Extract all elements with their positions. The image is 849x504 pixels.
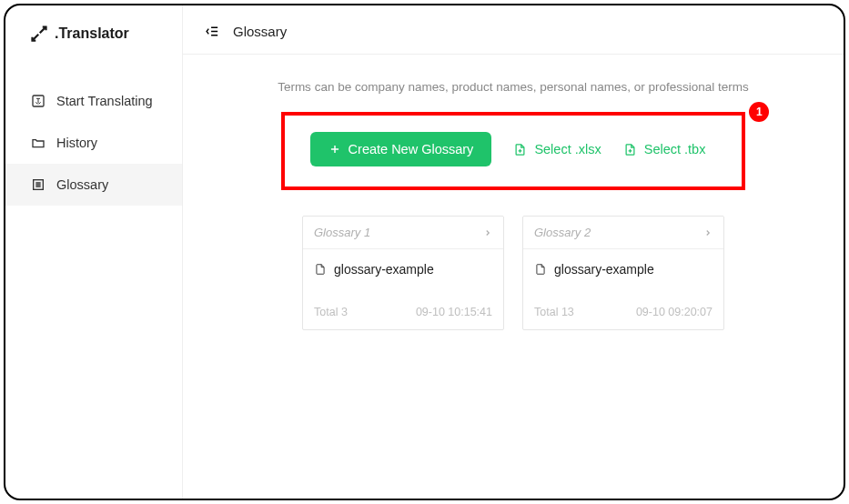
main: Glossary Terms can be company names, pro… xyxy=(183,5,844,499)
chevron-right-icon xyxy=(483,228,492,237)
total-count: Total 3 xyxy=(314,306,348,318)
sidebar-item-start[interactable]: Start Translating xyxy=(5,80,182,122)
brand: .Translator xyxy=(5,5,182,60)
topbar: Glossary xyxy=(183,5,844,55)
nav: Start Translating History Glossary xyxy=(5,80,182,206)
button-label: Select .xlsx xyxy=(534,142,601,156)
helper-text: Terms can be company names, product name… xyxy=(278,80,749,94)
callout-box: Create New Glossary Select .xlsx Select … xyxy=(281,112,746,190)
sidebar-item-history[interactable]: History xyxy=(5,122,182,164)
file-import-icon xyxy=(623,143,637,156)
glossary-card-footer: Total 13 09-10 09:20:07 xyxy=(523,297,723,329)
file-icon xyxy=(534,263,547,276)
button-label: Select .tbx xyxy=(644,142,706,156)
glossary-card: Glossary 2 glossary-example Total 13 09-… xyxy=(522,216,724,330)
folder-icon xyxy=(31,136,45,150)
sidebar-item-label: History xyxy=(56,136,97,150)
callout-wrap: 1 Create New Glossary Select .xlsx Selec… xyxy=(281,112,746,190)
total-count: Total 13 xyxy=(534,306,574,318)
brand-text: .Translator xyxy=(55,25,129,42)
plus-icon xyxy=(328,143,341,156)
logo-icon xyxy=(31,25,47,42)
translate-icon xyxy=(31,94,45,108)
glossary-title: Glossary 1 xyxy=(314,226,370,239)
file-name: glossary-example xyxy=(334,262,434,277)
glossary-title: Glossary 2 xyxy=(534,226,591,239)
glossary-card: Glossary 1 glossary-example Total 3 09-1… xyxy=(302,216,504,330)
timestamp: 09-10 10:15:41 xyxy=(416,306,492,318)
glossary-cards: Glossary 1 glossary-example Total 3 09-1… xyxy=(234,216,793,330)
glossary-card-header[interactable]: Glossary 2 xyxy=(523,217,723,249)
app-frame: .Translator Start Translating History Gl… xyxy=(4,4,845,500)
chevron-right-icon xyxy=(703,228,713,237)
button-label: Create New Glossary xyxy=(349,142,474,156)
sidebar-item-glossary[interactable]: Glossary xyxy=(5,164,182,206)
glossary-file: glossary-example xyxy=(303,249,503,297)
file-name: glossary-example xyxy=(554,262,654,277)
timestamp: 09-10 09:20:07 xyxy=(636,306,713,318)
select-tbx-button[interactable]: Select .tbx xyxy=(623,142,706,156)
file-icon xyxy=(314,263,327,276)
page-title: Glossary xyxy=(233,24,287,39)
content: Terms can be company names, product name… xyxy=(183,55,844,348)
glossary-card-footer: Total 3 09-10 10:15:41 xyxy=(303,297,503,329)
callout-badge: 1 xyxy=(749,102,769,122)
select-xlsx-button[interactable]: Select .xlsx xyxy=(513,142,601,156)
collapse-icon[interactable] xyxy=(205,24,220,39)
sidebar-item-label: Start Translating xyxy=(56,94,153,108)
glossary-card-header[interactable]: Glossary 1 xyxy=(303,217,503,249)
sidebar: .Translator Start Translating History Gl… xyxy=(5,5,183,499)
list-icon xyxy=(31,177,45,192)
glossary-file: glossary-example xyxy=(523,249,723,297)
create-glossary-button[interactable]: Create New Glossary xyxy=(310,132,492,166)
sidebar-item-label: Glossary xyxy=(56,177,108,192)
file-import-icon xyxy=(513,143,527,156)
